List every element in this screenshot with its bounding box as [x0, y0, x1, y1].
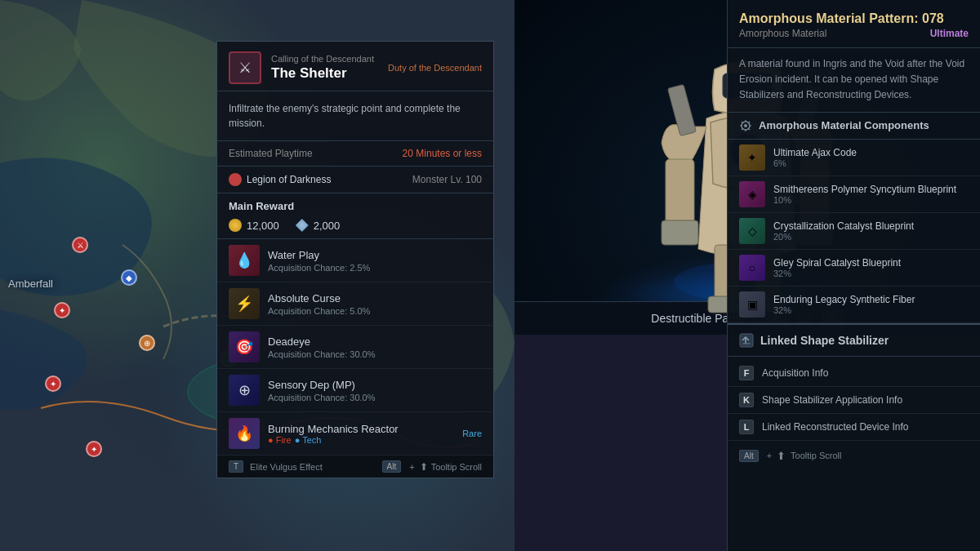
- map-section: Amberfall ⚔ ✦ ✦ ✦ ◆ ⊕ ○ ⚔ Calling of the…: [0, 0, 514, 551]
- item-type-row: Amorphous Material Ultimate: [739, 28, 969, 39]
- linked-title: Linked Shape Stabilizer: [739, 333, 969, 348]
- footer-scroll-label: Tooltip Scroll: [431, 462, 482, 472]
- comp-info-2: Crystallization Catalyst Blueprint 20%: [773, 220, 969, 242]
- footer-key: T: [229, 460, 243, 473]
- gear-icon: [739, 119, 752, 132]
- info-scroll-icon: ⬆: [777, 450, 786, 462]
- comp-thumb-2: ◇: [739, 218, 765, 244]
- gold-icon: [229, 219, 242, 232]
- scroll-icon: ⬆: [420, 461, 428, 473]
- action-row-1[interactable]: K Shape Stabilizer Application Info: [728, 387, 980, 414]
- action-row-2[interactable]: L Linked Reconstructed Device Info: [728, 414, 980, 441]
- component-item-0: ✦ Ultimate Ajax Code 6%: [728, 140, 980, 176]
- comp-chance-2: 20%: [773, 232, 969, 242]
- svg-rect-23: [740, 334, 753, 347]
- reward-info-2: Deadeye Acquisition Chance: 30.0%: [268, 335, 482, 359]
- comp-thumb-0: ✦: [739, 144, 765, 171]
- item-name: Amorphous Material Pattern: 078: [739, 11, 969, 26]
- comp-info-3: Gley Spiral Catalyst Blueprint 32%: [773, 257, 969, 278]
- comp-name-2: Crystallization Catalyst Blueprint: [773, 220, 969, 232]
- mission-playtime: Estimated Playtime 20 Minutes or less: [217, 141, 493, 167]
- reward-item-0: 💧 Water Play Acquisition Chance: 2.5%: [217, 239, 493, 282]
- faction-icon: [229, 173, 242, 186]
- reward-name-4: Burning Mechanics Reactor: [268, 423, 454, 435]
- info-footer-alt: Alt: [739, 450, 759, 462]
- reward-thumb-4: 🔥: [229, 418, 260, 449]
- mission-type: Duty of the Descendant: [388, 63, 482, 73]
- item-description: A material found in Ingris and the Void …: [728, 48, 980, 113]
- monster-level: Monster Lv. 100: [412, 174, 482, 185]
- info-header: Amorphous Material Pattern: 078 Amorphou…: [728, 0, 980, 48]
- action-row-0[interactable]: F Acquisition Info: [728, 360, 980, 387]
- mission-footer: T Elite Vulgus Effect Alt + ⬆ Tooltip Sc…: [217, 455, 493, 478]
- reward-name-0: Water Play: [268, 249, 482, 261]
- reward-thumb-3: ⊕: [229, 375, 260, 406]
- reward-info-4: Burning Mechanics Reactor ● Fire ● Tech: [268, 423, 454, 445]
- comp-thumb-1: ◈: [739, 181, 765, 207]
- mission-description: Infiltrate the enemy's strategic point a…: [217, 91, 493, 141]
- item-rarity: Ultimate: [930, 28, 969, 39]
- comp-chance-3: 32%: [773, 269, 969, 278]
- reward-info-3: Sensory Dep (MP) Acquisition Chance: 30.…: [268, 379, 482, 402]
- info-panel: Amorphous Material Pattern: 078 Amorphou…: [727, 0, 980, 551]
- action-label-2: Linked Reconstructed Device Info: [762, 421, 908, 433]
- action-key-0: F: [739, 366, 754, 380]
- mission-faction: Legion of Darkness Monster Lv. 100: [217, 167, 493, 193]
- comp-info-4: Enduring Legacy Synthetic Fiber 32%: [773, 294, 969, 315]
- mission-header: ⚔ Calling of the Descendant The Shelter …: [217, 42, 493, 91]
- reward-chance-2: Acquisition Chance: 30.0%: [268, 349, 482, 359]
- map-marker-5[interactable]: ◆: [121, 269, 137, 286]
- linked-icon: [739, 333, 754, 348]
- comp-name-0: Ultimate Ajax Code: [773, 147, 969, 158]
- reward-chance-0: Acquisition Chance: 2.5%: [268, 263, 482, 273]
- mission-title-group: Calling of the Descendant The Shelter: [271, 54, 388, 82]
- playtime-label: Estimated Playtime: [229, 148, 313, 159]
- reward-name-3: Sensory Dep (MP): [268, 379, 482, 391]
- reward-info-1: Absolute Curse Acquisition Chance: 5.0%: [268, 292, 482, 316]
- action-key-1: K: [739, 393, 754, 407]
- reward-info-0: Water Play Acquisition Chance: 2.5%: [268, 249, 482, 273]
- map-marker-6[interactable]: ⊕: [139, 335, 155, 351]
- reward-name-1: Absolute Curse: [268, 292, 482, 304]
- comp-name-1: Smithereens Polymer Syncytium Blueprint: [773, 184, 969, 195]
- special-icon: [296, 219, 309, 232]
- reward-item-4: 🔥 Burning Mechanics Reactor ● Fire ● Tec…: [217, 412, 493, 455]
- components-title: Amorphous Material Components: [728, 113, 980, 140]
- reward-chance-3: Acquisition Chance: 30.0%: [268, 393, 482, 402]
- map-marker-4[interactable]: ✦: [86, 441, 102, 457]
- reward-thumb-2: 🎯: [229, 331, 260, 362]
- info-actions: F Acquisition Info K Shape Stabilizer Ap…: [728, 357, 980, 444]
- reward-item-2: 🎯 Deadeye Acquisition Chance: 30.0%: [217, 326, 493, 369]
- mission-title: The Shelter: [271, 65, 388, 82]
- action-label-1: Shape Stabilizer Application Info: [762, 394, 902, 406]
- component-item-4: ▣ Enduring Legacy Synthetic Fiber 32%: [728, 287, 980, 323]
- comp-info-1: Smithereens Polymer Syncytium Blueprint …: [773, 184, 969, 205]
- reward-rarity-4: Rare: [462, 429, 482, 438]
- reward-tags-4: ● Fire ● Tech: [268, 435, 454, 445]
- comp-thumb-3: ○: [739, 255, 765, 281]
- footer-alt-key: Alt: [382, 460, 402, 473]
- playtime-value: 20 Minutes or less: [403, 148, 482, 159]
- action-label-0: Acquisition Info: [762, 367, 828, 379]
- linked-section: Linked Shape Stabilizer: [728, 323, 980, 357]
- mission-panel: ⚔ Calling of the Descendant The Shelter …: [216, 41, 494, 478]
- comp-chance-4: 32%: [773, 305, 969, 315]
- reward-thumb-1: ⚡: [229, 288, 260, 319]
- region-label: Amberfall: [8, 278, 53, 290]
- map-marker-3[interactable]: ✦: [45, 375, 61, 392]
- component-item-2: ◇ Crystallization Catalyst Blueprint 20%: [728, 213, 980, 250]
- reward-name-2: Deadeye: [268, 335, 482, 348]
- svg-point-22: [744, 124, 747, 127]
- reward-chance-1: Acquisition Chance: 5.0%: [268, 306, 482, 316]
- right-section: Sensor: [514, 0, 980, 551]
- svg-rect-9: [662, 220, 698, 245]
- svg-rect-7: [666, 159, 694, 224]
- comp-chance-0: 6%: [773, 158, 969, 168]
- footer-elite-label: Elite Vulgus Effect: [250, 462, 323, 472]
- comp-info-0: Ultimate Ajax Code 6%: [773, 147, 969, 168]
- map-marker-1[interactable]: ⚔: [72, 237, 88, 253]
- component-item-1: ◈ Smithereens Polymer Syncytium Blueprin…: [728, 176, 980, 213]
- reward-currency: 12,000 2,000: [217, 216, 493, 239]
- special-value: 2,000: [314, 220, 341, 232]
- map-marker-2[interactable]: ✦: [54, 302, 70, 318]
